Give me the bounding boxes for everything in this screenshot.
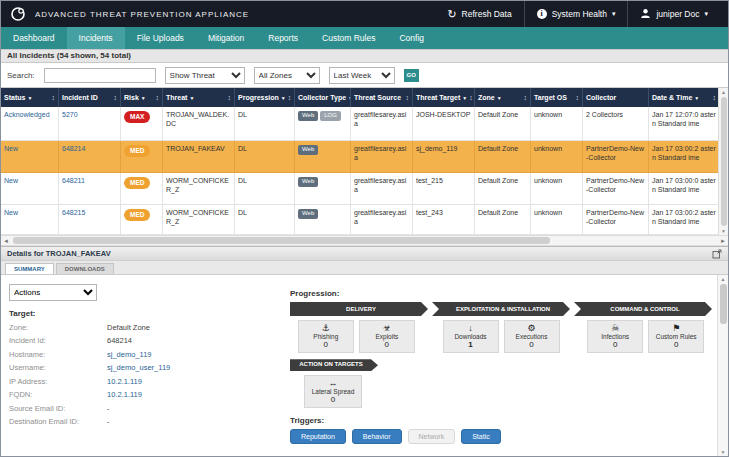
col-collector[interactable]: Collector (583, 88, 649, 107)
cell-status[interactable]: New (1, 141, 59, 173)
phase-exploitation: EXPLOITATION & INSTALLATION (432, 302, 570, 316)
collector-type-badge: LOG (320, 111, 341, 121)
col-progression[interactable]: Progression▼↕ (235, 88, 295, 107)
filter-icon[interactable]: ▼ (281, 95, 286, 101)
tab-incidents[interactable]: Incidents (67, 27, 125, 49)
go-button[interactable]: GO (404, 69, 419, 82)
user-icon (640, 8, 651, 21)
col-threat[interactable]: Threat▼↕ (163, 88, 235, 107)
stage-custom-rules[interactable]: ⚑Custom Rules0 (648, 320, 704, 353)
col-threat-source[interactable]: Threat Source↕ (351, 88, 413, 107)
tab-file-uploads[interactable]: File Uploads (125, 27, 196, 49)
tab-summary[interactable]: SUMMARY (5, 263, 54, 274)
hostname-link[interactable]: sj_demo_119 (107, 350, 151, 359)
scroll-right-icon[interactable]: ► (718, 238, 728, 244)
username-link[interactable]: sj_demo_user_119 (107, 363, 170, 372)
field-fqdn: FQDN:10.2.1.119 (9, 390, 278, 399)
col-status[interactable]: Status▼↕ (1, 88, 59, 107)
tab-custom-rules[interactable]: Custom Rules (310, 27, 387, 49)
tab-downloads[interactable]: DOWNLOADS (56, 263, 114, 274)
table-horizontal-scrollbar[interactable]: ◄ ► (1, 235, 728, 246)
col-date-time[interactable]: Date & Time▼↕ (649, 88, 720, 107)
filter-icon[interactable]: ▼ (189, 95, 194, 101)
sort-icon[interactable]: ↕ (156, 94, 160, 101)
field-hostname: Hostname:sj_demo_119 (9, 350, 278, 359)
cell-status[interactable]: Acknowledged (1, 107, 59, 141)
trigger-behavior-button[interactable]: Behavior (352, 429, 402, 444)
scroll-down-icon[interactable]: ▼ (721, 449, 726, 455)
cell-incident-id[interactable]: 648214 (59, 141, 121, 173)
filter-icon[interactable]: ▼ (694, 95, 699, 101)
details-vertical-scrollbar[interactable]: ▲ ▼ (717, 275, 728, 456)
stage-downloads[interactable]: ↓Downloads1 (443, 320, 499, 353)
table-row[interactable]: New 648215 MED WORM_CONFICKER_Z DL Web g… (1, 205, 720, 235)
table-row[interactable]: New 648211 MED WORM_CONFICKER_Z DL Web g… (1, 173, 720, 205)
sort-icon[interactable]: ↕ (469, 94, 473, 101)
juniper-logo (9, 5, 27, 23)
app-window: ADVANCED THREAT PREVENTION APPLIANCE ↻ R… (0, 0, 729, 457)
scroll-left-icon[interactable]: ◄ (1, 238, 11, 244)
scroll-up-icon[interactable]: ▲ (721, 276, 726, 282)
tab-config[interactable]: Config (387, 27, 436, 49)
tab-reports[interactable]: Reports (256, 27, 310, 49)
trigger-reputation-button[interactable]: Reputation (290, 429, 346, 444)
popout-icon[interactable] (712, 249, 722, 259)
sort-icon[interactable]: ↕ (713, 94, 717, 101)
tab-dashboard[interactable]: Dashboard (1, 27, 67, 49)
scrollbar-thumb[interactable] (13, 237, 550, 244)
col-target-os[interactable]: Target OS↕ (531, 88, 583, 107)
scrollbar-track[interactable] (11, 236, 718, 245)
sort-icon[interactable]: ↕ (52, 94, 56, 101)
user-menu[interactable]: juniper Doc ▾ (627, 1, 720, 27)
scrollbar-thumb[interactable] (721, 97, 727, 226)
filter-icon[interactable]: ▼ (497, 95, 502, 101)
stage-exploits[interactable]: ☣Exploits0 (359, 320, 415, 353)
col-incident-id[interactable]: Incident ID↕ (59, 88, 121, 107)
threat-filter-select[interactable]: Show Threat (165, 67, 245, 84)
system-health-menu[interactable]: i System Health ▾ (524, 1, 628, 27)
trigger-static-button[interactable]: Static (461, 429, 501, 444)
stage-phishing[interactable]: ⚓Phishing0 (298, 320, 354, 353)
tab-mitigation[interactable]: Mitigation (196, 27, 256, 49)
stage-lateral-spread[interactable]: ↔ Lateral Spread 0 (304, 375, 362, 408)
sort-icon[interactable]: ↕ (524, 94, 528, 101)
time-filter-select[interactable]: Last Week (329, 67, 395, 84)
scroll-down-icon[interactable]: ▼ (721, 228, 726, 234)
stage-infections[interactable]: ☠Infections0 (587, 320, 643, 353)
phishing-icon: ⚓ (300, 323, 352, 333)
refresh-button[interactable]: ↻ Refresh Data (435, 1, 523, 27)
fqdn-link[interactable]: 10.2.1.119 (107, 390, 142, 399)
zone-filter-select[interactable]: All Zones (254, 67, 320, 84)
sort-icon[interactable]: ↕ (406, 94, 410, 101)
filter-icon[interactable]: ▼ (462, 95, 467, 101)
col-threat-target[interactable]: Threat Target▼↕ (413, 88, 475, 107)
exploits-icon: ☣ (361, 323, 413, 333)
trigger-network-button[interactable]: Network (408, 429, 456, 444)
table-row[interactable]: Acknowledged 5270 MAX TROJAN_WALDEK.DC D… (1, 107, 720, 141)
sort-icon[interactable]: ↕ (576, 94, 580, 101)
cell-collector: PartnerDemo-New-Collector (583, 205, 649, 235)
cell-incident-id[interactable]: 648215 (59, 205, 121, 235)
col-zone[interactable]: Zone▼↕ (475, 88, 531, 107)
sort-icon[interactable]: ↕ (114, 94, 118, 101)
sort-icon[interactable]: ↕ (228, 94, 232, 101)
col-risk[interactable]: Risk▼↕ (121, 88, 163, 107)
info-icon: i (537, 9, 547, 19)
table-vertical-scrollbar[interactable]: ▲ ▼ (718, 88, 728, 235)
stage-executions[interactable]: ⚙Executions0 (504, 320, 560, 353)
ip-address-link[interactable]: 10.2.1.119 (107, 377, 142, 386)
cell-incident-id[interactable]: 648211 (59, 173, 121, 205)
table-row-selected[interactable]: New 648214 MED TROJAN_FAKEAV DL Web grea… (1, 141, 720, 173)
search-input[interactable] (44, 68, 156, 83)
cell-status[interactable]: New (1, 205, 59, 235)
scroll-up-icon[interactable]: ▲ (721, 89, 726, 95)
actions-select[interactable]: Actions (9, 284, 97, 301)
sort-icon[interactable]: ↕ (288, 94, 292, 101)
filter-icon[interactable]: ▼ (141, 95, 146, 101)
cell-status[interactable]: New (1, 173, 59, 205)
scrollbar-thumb[interactable] (720, 284, 727, 324)
cell-date-time: Jan 17 03:00:0 astern Standard ime (649, 173, 720, 205)
cell-incident-id[interactable]: 5270 (59, 107, 121, 141)
filter-icon[interactable]: ▼ (27, 95, 32, 101)
col-collector-type[interactable]: Collector Type▼↕ (295, 88, 351, 107)
